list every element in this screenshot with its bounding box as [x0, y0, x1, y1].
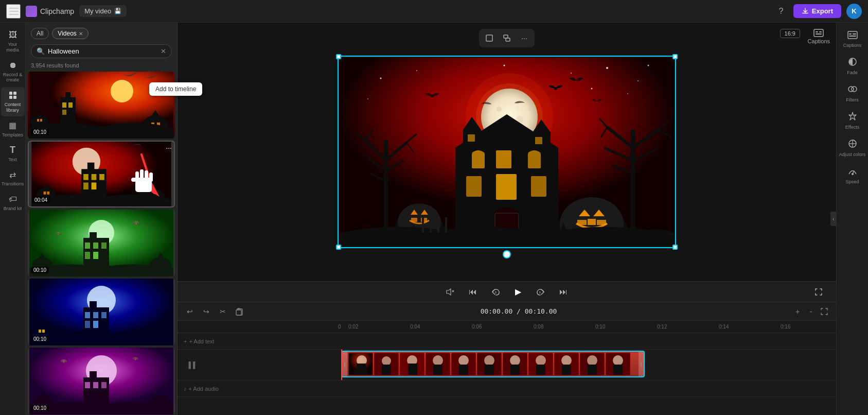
- playhead[interactable]: [341, 350, 342, 380]
- skip-to-start-button[interactable]: ⏮: [466, 285, 480, 299]
- svg-text:5: 5: [495, 291, 497, 294]
- cut-button[interactable]: ✂: [217, 305, 229, 318]
- back-5s-button[interactable]: 5: [488, 285, 503, 299]
- clip-thumbnails: [347, 352, 639, 376]
- ruler-mark: 0:12: [656, 324, 718, 330]
- record-label: Record &create: [3, 72, 23, 83]
- svg-rect-143: [354, 370, 367, 375]
- aspect-ratio-button[interactable]: 16:9: [780, 29, 800, 38]
- effects-tool[interactable]: Effects: [838, 108, 867, 134]
- search-icon: 🔍: [37, 47, 45, 55]
- filters-tool-icon: [847, 84, 858, 96]
- svg-rect-23: [83, 174, 88, 180]
- adjust-colors-tool-label: Adjust colors: [839, 152, 866, 157]
- list-item[interactable]: 🦇 🦇 00:10 ···: [28, 210, 175, 276]
- templates-icon: ▦: [8, 120, 18, 131]
- svg-rect-167: [562, 365, 571, 375]
- svg-rect-55: [101, 312, 107, 318]
- avatar[interactable]: K: [846, 4, 862, 19]
- captions-tool[interactable]: Captions: [838, 27, 867, 52]
- adjust-colors-tool[interactable]: Adjust colors: [838, 135, 867, 161]
- svg-rect-111: [531, 176, 546, 197]
- sidebar-item-templates[interactable]: ▦ Templates: [1, 117, 25, 141]
- fullscreen-button[interactable]: [811, 285, 826, 299]
- mute-button[interactable]: [443, 285, 457, 299]
- text-track-content[interactable]: [337, 333, 836, 349]
- more-options-button[interactable]: ···: [517, 31, 532, 45]
- zoom-out-button[interactable]: -: [805, 306, 817, 317]
- svg-rect-152: [433, 365, 442, 375]
- clip-thumb: [606, 353, 630, 375]
- svg-rect-26: [83, 182, 88, 189]
- list-item[interactable]: 🦇 🦇 00:10 ···: [28, 348, 175, 414]
- video-track-play-button[interactable]: ▐▐: [184, 358, 198, 372]
- svg-point-86: [571, 73, 572, 74]
- hamburger-button[interactable]: [6, 4, 21, 19]
- add-audio-button[interactable]: ♪ + Add audio: [184, 386, 219, 392]
- video-canvas[interactable]: [340, 58, 674, 246]
- sidebar-item-transitions[interactable]: ⇄ Transitions: [1, 166, 25, 190]
- forward-5s-button[interactable]: 5: [534, 285, 548, 299]
- video-track-label: ▐▐: [178, 358, 337, 372]
- video-track-content[interactable]: |: [337, 350, 836, 380]
- add-text-button[interactable]: + + Add text: [184, 338, 215, 344]
- list-item[interactable]: 00:04 ···: [28, 141, 175, 208]
- list-item[interactable]: 00:10 ···: [28, 279, 175, 345]
- help-button[interactable]: ?: [774, 4, 788, 19]
- filter-all-button[interactable]: All: [31, 28, 49, 39]
- redo-button[interactable]: ↪: [200, 305, 212, 318]
- filter-videos-button[interactable]: Videos ✕: [52, 28, 88, 39]
- thumb-options-icon[interactable]: ···: [166, 144, 172, 152]
- captions-tool-icon: [847, 31, 858, 41]
- audio-track-content[interactable]: [337, 381, 836, 396]
- duration-badge: 00:04: [32, 197, 50, 203]
- adjust-colors-tool-icon: [847, 139, 858, 150]
- svg-rect-31: [47, 192, 49, 195]
- skip-to-end-button[interactable]: ⏭: [556, 285, 571, 299]
- sidebar: All Videos ✕ 🔍 ✕ 3,954 results found: [26, 23, 178, 415]
- fade-tool-label: Fade: [847, 70, 858, 75]
- svg-rect-155: [459, 365, 468, 375]
- filters-tool[interactable]: Filters: [838, 80, 867, 107]
- export-button[interactable]: Export: [793, 4, 841, 18]
- svg-rect-22: [87, 163, 95, 171]
- video-clip[interactable]: |: [341, 351, 645, 377]
- effects-tool-icon: [847, 112, 858, 123]
- music-icon: ♪: [184, 386, 187, 392]
- text-track-label: + + Add text: [178, 338, 337, 344]
- search-input[interactable]: [48, 47, 157, 55]
- add-text-label: + Add text: [189, 338, 214, 344]
- sidebar-item-your-media[interactable]: 🖼 Your media: [1, 27, 25, 56]
- results-count: 3,954 results found: [26, 62, 177, 72]
- resize-button[interactable]: [500, 31, 514, 45]
- crop-button[interactable]: [482, 31, 497, 45]
- clip-left-handle[interactable]: |: [342, 352, 347, 376]
- duration-badge: 00:10: [31, 336, 49, 342]
- icon-nav: 🖼 Your media ⏺ Record &create Content li…: [0, 23, 26, 415]
- speed-tool[interactable]: Speed: [838, 162, 867, 188]
- undo-button[interactable]: ↩: [184, 305, 196, 318]
- svg-rect-68: [93, 382, 98, 388]
- play-button[interactable]: ▶: [511, 285, 525, 299]
- content-library-icon: [8, 90, 18, 100]
- svg-point-87: [606, 67, 608, 69]
- fade-tool[interactable]: Fade: [838, 53, 867, 79]
- rotate-handle[interactable]: ↻: [503, 250, 511, 258]
- clip-thumb: [426, 353, 450, 375]
- right-panel-toggle[interactable]: ‹: [830, 212, 837, 226]
- captions-button[interactable]: Captions: [808, 29, 830, 44]
- sidebar-item-content-library[interactable]: Content library: [1, 87, 25, 116]
- sidebar-item-record-create[interactable]: ⏺ Record &create: [1, 57, 25, 87]
- fit-button[interactable]: [819, 306, 830, 317]
- zoom-in-button[interactable]: +: [792, 306, 803, 317]
- list-item[interactable]: 00:10 ···: [28, 72, 175, 139]
- sidebar-item-text[interactable]: T Text: [1, 142, 25, 166]
- sidebar-item-brand-kit[interactable]: 🏷 Brand kit: [1, 191, 25, 215]
- clip-right-handle[interactable]: |: [639, 352, 644, 376]
- tab-save-icon: 💾: [114, 8, 121, 14]
- svg-rect-10: [62, 110, 66, 115]
- tab-title[interactable]: My video 💾: [79, 5, 127, 17]
- search-clear-icon[interactable]: ✕: [161, 47, 166, 55]
- filter-close-icon[interactable]: ✕: [79, 31, 83, 37]
- clipboard-button[interactable]: [233, 305, 245, 318]
